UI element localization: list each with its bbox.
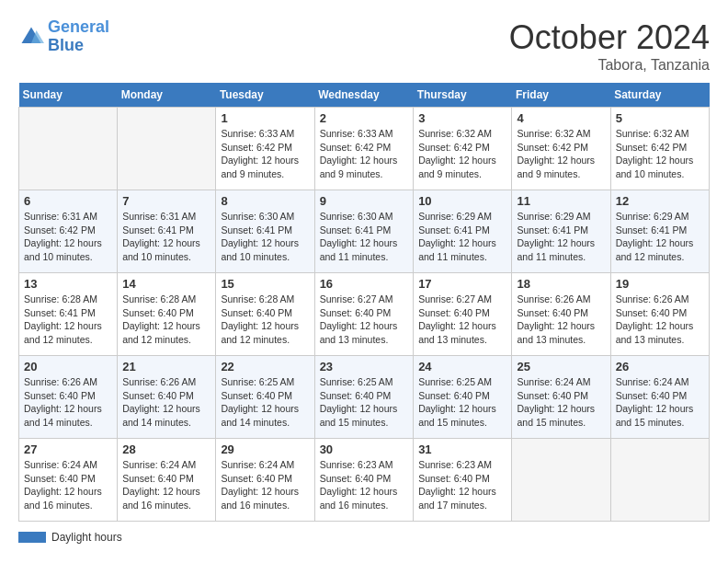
calendar-cell: 9 Sunrise: 6:30 AMSunset: 6:41 PMDayligh… xyxy=(314,190,414,273)
calendar-cell: 15 Sunrise: 6:28 AMSunset: 6:40 PMDaylig… xyxy=(216,273,314,356)
calendar-cell: 16 Sunrise: 6:27 AMSunset: 6:40 PMDaylig… xyxy=(314,273,414,356)
calendar-cell: 12 Sunrise: 6:29 AMSunset: 6:41 PMDaylig… xyxy=(610,190,709,273)
day-info: Sunrise: 6:31 AMSunset: 6:42 PMDaylight:… xyxy=(24,210,112,264)
day-number: 30 xyxy=(320,442,409,456)
calendar-cell: 2 Sunrise: 6:33 AMSunset: 6:42 PMDayligh… xyxy=(314,108,414,190)
header-sunday: Sunday xyxy=(19,83,118,108)
day-number: 23 xyxy=(320,360,409,373)
day-info: Sunrise: 6:25 AMSunset: 6:40 PMDaylight:… xyxy=(320,375,409,430)
calendar-cell xyxy=(610,439,709,522)
calendar-cell: 19 Sunrise: 6:26 AMSunset: 6:40 PMDaylig… xyxy=(610,273,709,356)
day-number: 18 xyxy=(517,277,605,291)
day-number: 6 xyxy=(24,194,112,208)
day-info: Sunrise: 6:30 AMSunset: 6:41 PMDaylight:… xyxy=(320,210,409,264)
day-number: 26 xyxy=(616,360,704,373)
header-thursday: Thursday xyxy=(414,83,512,108)
day-number: 2 xyxy=(320,111,409,125)
day-info: Sunrise: 6:29 AMSunset: 6:41 PMDaylight:… xyxy=(418,210,506,264)
calendar-cell: 26 Sunrise: 6:24 AMSunset: 6:40 PMDaylig… xyxy=(610,356,709,439)
calendar-week-row: 6 Sunrise: 6:31 AMSunset: 6:42 PMDayligh… xyxy=(19,190,710,273)
footer-legend: Daylight hours xyxy=(18,531,710,544)
day-info: Sunrise: 6:28 AMSunset: 6:41 PMDaylight:… xyxy=(24,293,112,347)
day-info: Sunrise: 6:29 AMSunset: 6:41 PMDaylight:… xyxy=(616,210,704,264)
day-number: 3 xyxy=(418,111,506,125)
header-monday: Monday xyxy=(118,83,216,108)
calendar-week-row: 27 Sunrise: 6:24 AMSunset: 6:40 PMDaylig… xyxy=(19,439,710,522)
calendar-cell: 17 Sunrise: 6:27 AMSunset: 6:40 PMDaylig… xyxy=(414,273,512,356)
calendar-cell: 11 Sunrise: 6:29 AMSunset: 6:41 PMDaylig… xyxy=(512,190,610,273)
logo-text: General Blue xyxy=(48,18,109,55)
calendar-cell: 22 Sunrise: 6:25 AMSunset: 6:40 PMDaylig… xyxy=(216,356,314,439)
day-info: Sunrise: 6:26 AMSunset: 6:40 PMDaylight:… xyxy=(24,375,112,430)
day-number: 19 xyxy=(616,277,704,291)
calendar-header-row: Sunday Monday Tuesday Wednesday Thursday… xyxy=(19,83,710,108)
day-number: 12 xyxy=(616,194,704,208)
day-info: Sunrise: 6:23 AMSunset: 6:40 PMDaylight:… xyxy=(418,458,506,512)
legend-color-box xyxy=(18,532,46,543)
day-info: Sunrise: 6:32 AMSunset: 6:42 PMDaylight:… xyxy=(418,127,506,181)
calendar-cell: 5 Sunrise: 6:32 AMSunset: 6:42 PMDayligh… xyxy=(610,108,709,190)
day-info: Sunrise: 6:27 AMSunset: 6:40 PMDaylight:… xyxy=(320,293,409,347)
day-info: Sunrise: 6:24 AMSunset: 6:40 PMDaylight:… xyxy=(122,458,210,512)
logo-line2: Blue xyxy=(48,36,84,54)
day-number: 28 xyxy=(122,442,210,456)
calendar-cell: 27 Sunrise: 6:24 AMSunset: 6:40 PMDaylig… xyxy=(19,439,118,522)
day-number: 14 xyxy=(122,277,210,291)
calendar-cell: 1 Sunrise: 6:33 AMSunset: 6:42 PMDayligh… xyxy=(216,108,314,190)
calendar-cell: 23 Sunrise: 6:25 AMSunset: 6:40 PMDaylig… xyxy=(314,356,414,439)
day-info: Sunrise: 6:26 AMSunset: 6:40 PMDaylight:… xyxy=(122,375,210,430)
day-number: 10 xyxy=(418,194,506,208)
header-wednesday: Wednesday xyxy=(314,83,414,108)
day-info: Sunrise: 6:32 AMSunset: 6:42 PMDaylight:… xyxy=(616,127,704,181)
day-info: Sunrise: 6:30 AMSunset: 6:41 PMDaylight:… xyxy=(221,210,309,264)
day-info: Sunrise: 6:28 AMSunset: 6:40 PMDaylight:… xyxy=(221,293,309,347)
day-number: 9 xyxy=(320,194,409,208)
header-saturday: Saturday xyxy=(610,83,709,108)
day-number: 24 xyxy=(418,360,506,373)
calendar-cell: 29 Sunrise: 6:24 AMSunset: 6:40 PMDaylig… xyxy=(216,439,314,522)
calendar-cell: 7 Sunrise: 6:31 AMSunset: 6:41 PMDayligh… xyxy=(118,190,216,273)
calendar-cell: 24 Sunrise: 6:25 AMSunset: 6:40 PMDaylig… xyxy=(414,356,512,439)
legend-label: Daylight hours xyxy=(51,531,122,544)
day-info: Sunrise: 6:32 AMSunset: 6:42 PMDaylight:… xyxy=(517,127,605,181)
day-info: Sunrise: 6:25 AMSunset: 6:40 PMDaylight:… xyxy=(418,375,506,430)
day-info: Sunrise: 6:33 AMSunset: 6:42 PMDaylight:… xyxy=(320,127,409,181)
day-number: 29 xyxy=(221,442,309,456)
day-info: Sunrise: 6:24 AMSunset: 6:40 PMDaylight:… xyxy=(24,458,112,512)
calendar-table: Sunday Monday Tuesday Wednesday Thursday… xyxy=(18,83,710,522)
day-number: 21 xyxy=(122,360,210,373)
day-number: 31 xyxy=(418,442,506,456)
day-number: 16 xyxy=(320,277,409,291)
day-number: 27 xyxy=(24,442,112,456)
calendar-cell: 28 Sunrise: 6:24 AMSunset: 6:40 PMDaylig… xyxy=(118,439,216,522)
day-number: 15 xyxy=(221,277,309,291)
calendar-cell: 14 Sunrise: 6:28 AMSunset: 6:40 PMDaylig… xyxy=(118,273,216,356)
day-number: 22 xyxy=(221,360,309,373)
calendar-cell: 10 Sunrise: 6:29 AMSunset: 6:41 PMDaylig… xyxy=(414,190,512,273)
calendar-week-row: 1 Sunrise: 6:33 AMSunset: 6:42 PMDayligh… xyxy=(19,108,710,190)
calendar-cell: 21 Sunrise: 6:26 AMSunset: 6:40 PMDaylig… xyxy=(118,356,216,439)
calendar-cell: 25 Sunrise: 6:24 AMSunset: 6:40 PMDaylig… xyxy=(512,356,610,439)
day-info: Sunrise: 6:31 AMSunset: 6:41 PMDaylight:… xyxy=(122,210,210,264)
day-number: 1 xyxy=(221,111,309,125)
calendar-cell: 13 Sunrise: 6:28 AMSunset: 6:41 PMDaylig… xyxy=(19,273,118,356)
calendar-cell xyxy=(512,439,610,522)
day-info: Sunrise: 6:24 AMSunset: 6:40 PMDaylight:… xyxy=(616,375,704,430)
day-info: Sunrise: 6:29 AMSunset: 6:41 PMDaylight:… xyxy=(517,210,605,264)
calendar-cell: 8 Sunrise: 6:30 AMSunset: 6:41 PMDayligh… xyxy=(216,190,314,273)
day-info: Sunrise: 6:24 AMSunset: 6:40 PMDaylight:… xyxy=(221,458,309,512)
calendar-week-row: 13 Sunrise: 6:28 AMSunset: 6:41 PMDaylig… xyxy=(19,273,710,356)
header-tuesday: Tuesday xyxy=(216,83,314,108)
calendar-cell: 31 Sunrise: 6:23 AMSunset: 6:40 PMDaylig… xyxy=(414,439,512,522)
day-info: Sunrise: 6:23 AMSunset: 6:40 PMDaylight:… xyxy=(320,458,409,512)
calendar-cell: 6 Sunrise: 6:31 AMSunset: 6:42 PMDayligh… xyxy=(19,190,118,273)
day-info: Sunrise: 6:24 AMSunset: 6:40 PMDaylight:… xyxy=(517,375,605,430)
day-info: Sunrise: 6:28 AMSunset: 6:40 PMDaylight:… xyxy=(122,293,210,347)
day-number: 11 xyxy=(517,194,605,208)
calendar-week-row: 20 Sunrise: 6:26 AMSunset: 6:40 PMDaylig… xyxy=(19,356,710,439)
day-number: 7 xyxy=(122,194,210,208)
calendar-cell: 3 Sunrise: 6:32 AMSunset: 6:42 PMDayligh… xyxy=(414,108,512,190)
day-number: 8 xyxy=(221,194,309,208)
day-info: Sunrise: 6:26 AMSunset: 6:40 PMDaylight:… xyxy=(517,293,605,347)
day-info: Sunrise: 6:27 AMSunset: 6:40 PMDaylight:… xyxy=(418,293,506,347)
